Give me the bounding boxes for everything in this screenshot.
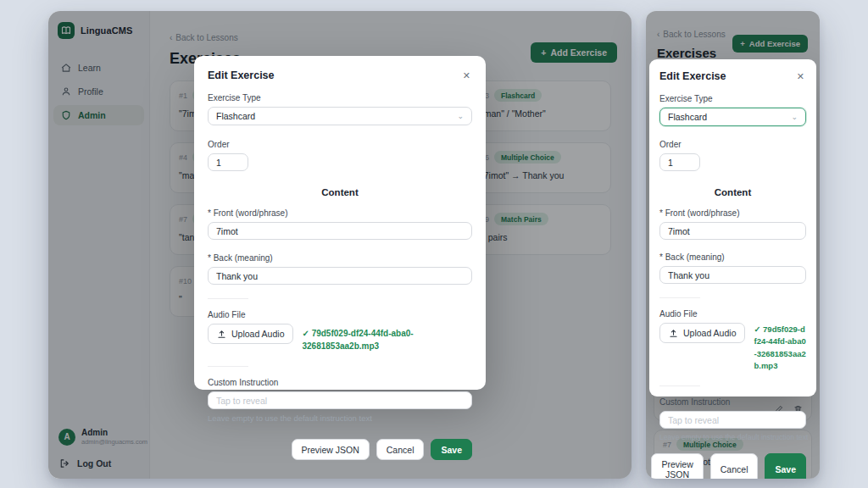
front-input[interactable] — [208, 222, 472, 240]
content-section-title: Content — [659, 187, 806, 197]
back-input[interactable] — [208, 267, 472, 285]
chevron-down-icon: ⌄ — [791, 113, 798, 121]
save-button[interactable]: Save — [765, 453, 806, 479]
custom-instruction-label: Custom Instruction — [208, 378, 472, 387]
back-input[interactable] — [659, 266, 806, 284]
order-label: Order — [208, 140, 472, 149]
close-icon[interactable]: ✕ — [461, 69, 472, 82]
divider — [208, 298, 248, 299]
upload-icon — [217, 330, 226, 339]
chevron-down-icon: ⌄ — [457, 112, 464, 120]
order-input[interactable] — [659, 153, 700, 171]
divider — [659, 385, 700, 386]
modal-title: Edit Exercise — [208, 69, 275, 81]
modal-title: Edit Exercise — [659, 70, 726, 82]
custom-instruction-input[interactable] — [659, 411, 806, 429]
divider — [659, 297, 700, 298]
upload-icon — [669, 329, 678, 338]
audio-file-label: Audio File — [208, 310, 472, 319]
mobile-app-frame: ‹ Back to Lessons Exercises + Add Exerci… — [646, 11, 820, 479]
edit-exercise-modal: Edit Exercise ✕ Exercise Type Flashcard … — [194, 56, 486, 390]
exercise-type-label: Exercise Type — [659, 94, 806, 103]
order-label: Order — [659, 140, 806, 149]
custom-instruction-label: Custom Instruction — [659, 397, 806, 407]
content-section-title: Content — [208, 187, 472, 197]
preview-json-button[interactable]: Preview JSON — [651, 453, 703, 479]
front-label: * Front (word/phrase) — [659, 208, 806, 218]
upload-audio-button[interactable]: Upload Audio — [659, 323, 745, 343]
instruction-help-text: Leave empty to use the default instructi… — [208, 413, 472, 423]
exercise-type-label: Exercise Type — [208, 93, 472, 103]
custom-instruction-input[interactable] — [208, 391, 472, 409]
order-input[interactable] — [208, 153, 248, 171]
uploaded-file-name: ✓ 79d5f029-df24-44fd-aba0-32681853aa2b.m… — [302, 324, 472, 352]
cancel-button[interactable]: Cancel — [376, 439, 425, 460]
close-icon[interactable]: ✕ — [795, 70, 806, 83]
uploaded-file-name: ✓ 79d5f029-df24-44fd-aba0-32681853aa2b.m… — [754, 323, 806, 372]
edit-exercise-modal: Edit Exercise ✕ Exercise Type Flashcard … — [649, 59, 816, 396]
instruction-help-text: Leave empty to use the default instructi… — [659, 433, 806, 441]
audio-file-label: Audio File — [659, 309, 806, 319]
back-label: * Back (meaning) — [659, 252, 806, 262]
check-icon: ✓ — [302, 329, 309, 338]
exercise-type-select[interactable]: Flashcard ⌄ — [659, 108, 806, 126]
upload-audio-button[interactable]: Upload Audio — [208, 324, 293, 344]
divider — [208, 366, 248, 367]
cancel-button[interactable]: Cancel — [710, 453, 759, 479]
preview-json-button[interactable]: Preview JSON — [292, 439, 370, 460]
back-label: * Back (meaning) — [208, 253, 472, 263]
front-input[interactable] — [659, 222, 806, 240]
desktop-app-frame: LinguaCMS Learn Profile Admin — [48, 11, 632, 479]
front-label: * Front (word/phrase) — [208, 208, 472, 218]
exercise-type-select[interactable]: Flashcard ⌄ — [208, 107, 472, 125]
check-icon: ✓ — [754, 324, 760, 334]
save-button[interactable]: Save — [431, 439, 472, 460]
